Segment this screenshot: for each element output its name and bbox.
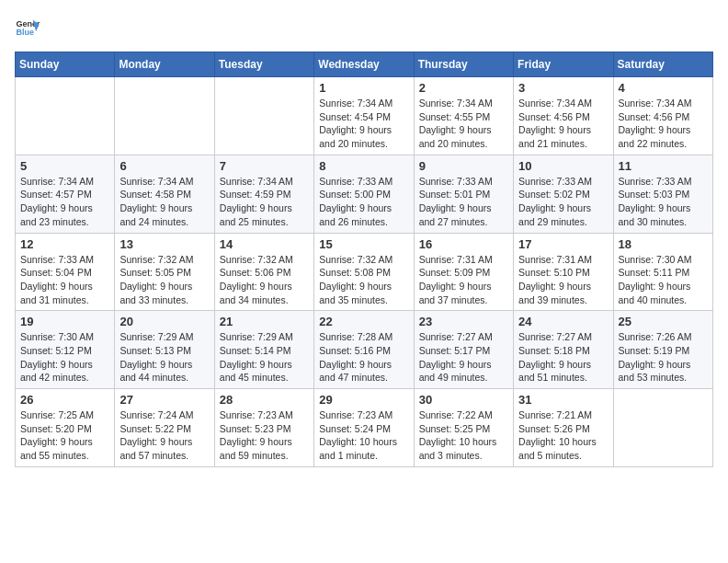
calendar-cell: 22Sunrise: 7:28 AM Sunset: 5:16 PM Dayli… [314, 311, 414, 389]
day-number: 4 [619, 81, 708, 95]
weekday-header-row: SundayMondayTuesdayWednesdayThursdayFrid… [16, 52, 713, 77]
day-info: Sunrise: 7:29 AM Sunset: 5:14 PM Dayligh… [220, 330, 309, 385]
day-info: Sunrise: 7:32 AM Sunset: 5:06 PM Dayligh… [220, 253, 309, 307]
calendar-cell: 23Sunrise: 7:27 AM Sunset: 5:17 PM Dayli… [414, 311, 513, 389]
day-info: Sunrise: 7:27 AM Sunset: 5:18 PM Dayligh… [518, 330, 608, 385]
day-number: 31 [518, 393, 608, 407]
day-number: 24 [518, 315, 608, 328]
day-info: Sunrise: 7:32 AM Sunset: 5:08 PM Dayligh… [319, 253, 408, 307]
calendar-cell: 12Sunrise: 7:33 AM Sunset: 5:04 PM Dayli… [16, 233, 115, 311]
calendar-cell: 28Sunrise: 7:23 AM Sunset: 5:23 PM Dayli… [214, 389, 313, 467]
calendar-cell [613, 389, 712, 467]
day-number: 20 [119, 315, 209, 328]
day-info: Sunrise: 7:22 AM Sunset: 5:25 PM Dayligh… [419, 408, 508, 463]
day-number: 2 [419, 81, 508, 95]
calendar-cell: 27Sunrise: 7:24 AM Sunset: 5:22 PM Dayli… [115, 389, 214, 467]
calendar-cell: 21Sunrise: 7:29 AM Sunset: 5:14 PM Dayli… [214, 311, 313, 389]
day-number: 11 [619, 159, 708, 173]
calendar-cell: 14Sunrise: 7:32 AM Sunset: 5:06 PM Dayli… [214, 233, 313, 311]
calendar-cell: 30Sunrise: 7:22 AM Sunset: 5:25 PM Dayli… [414, 389, 513, 467]
day-number: 5 [20, 159, 109, 173]
day-info: Sunrise: 7:21 AM Sunset: 5:26 PM Dayligh… [518, 408, 608, 463]
calendar-cell: 18Sunrise: 7:30 AM Sunset: 5:11 PM Dayli… [613, 233, 712, 311]
day-info: Sunrise: 7:33 AM Sunset: 5:04 PM Dayligh… [20, 253, 109, 307]
weekday-monday: Monday [115, 52, 214, 77]
day-number: 18 [619, 237, 708, 251]
calendar-cell: 31Sunrise: 7:21 AM Sunset: 5:26 PM Dayli… [514, 389, 613, 467]
day-number: 22 [319, 315, 408, 328]
calendar-cell: 17Sunrise: 7:31 AM Sunset: 5:10 PM Dayli… [514, 233, 613, 311]
day-number: 28 [220, 393, 309, 407]
page-header: General Blue [15, 15, 713, 40]
calendar-cell: 16Sunrise: 7:31 AM Sunset: 5:09 PM Dayli… [414, 233, 513, 311]
calendar-cell: 1Sunrise: 7:34 AM Sunset: 4:54 PM Daylig… [314, 77, 414, 155]
calendar-cell: 25Sunrise: 7:26 AM Sunset: 5:19 PM Dayli… [613, 311, 712, 389]
day-info: Sunrise: 7:33 AM Sunset: 5:00 PM Dayligh… [319, 175, 408, 229]
calendar-cell: 6Sunrise: 7:34 AM Sunset: 4:58 PM Daylig… [115, 155, 214, 233]
day-number: 14 [220, 237, 309, 251]
day-info: Sunrise: 7:29 AM Sunset: 5:13 PM Dayligh… [119, 330, 209, 385]
week-row-2: 5Sunrise: 7:34 AM Sunset: 4:57 PM Daylig… [16, 155, 713, 233]
week-row-5: 26Sunrise: 7:25 AM Sunset: 5:20 PM Dayli… [16, 389, 713, 467]
day-info: Sunrise: 7:34 AM Sunset: 4:54 PM Dayligh… [319, 97, 408, 151]
day-info: Sunrise: 7:33 AM Sunset: 5:03 PM Dayligh… [619, 175, 708, 229]
day-info: Sunrise: 7:25 AM Sunset: 5:20 PM Dayligh… [20, 408, 109, 463]
day-number: 13 [119, 237, 209, 251]
day-info: Sunrise: 7:33 AM Sunset: 5:02 PM Dayligh… [518, 175, 608, 229]
calendar-cell: 29Sunrise: 7:23 AM Sunset: 5:24 PM Dayli… [314, 389, 414, 467]
day-info: Sunrise: 7:23 AM Sunset: 5:23 PM Dayligh… [220, 408, 309, 463]
weekday-sunday: Sunday [16, 52, 115, 77]
day-number: 25 [619, 315, 708, 328]
calendar-cell: 8Sunrise: 7:33 AM Sunset: 5:00 PM Daylig… [314, 155, 414, 233]
day-info: Sunrise: 7:30 AM Sunset: 5:12 PM Dayligh… [20, 330, 109, 385]
calendar-cell: 13Sunrise: 7:32 AM Sunset: 5:05 PM Dayli… [115, 233, 214, 311]
day-number: 17 [518, 237, 608, 251]
day-number: 15 [319, 237, 408, 251]
calendar-cell: 3Sunrise: 7:34 AM Sunset: 4:56 PM Daylig… [514, 77, 613, 155]
day-number: 27 [119, 393, 209, 407]
calendar-cell [214, 77, 313, 155]
day-info: Sunrise: 7:34 AM Sunset: 4:56 PM Dayligh… [518, 97, 608, 151]
day-info: Sunrise: 7:34 AM Sunset: 4:55 PM Dayligh… [419, 97, 508, 151]
week-row-3: 12Sunrise: 7:33 AM Sunset: 5:04 PM Dayli… [16, 233, 713, 311]
day-number: 26 [20, 393, 109, 407]
day-info: Sunrise: 7:31 AM Sunset: 5:09 PM Dayligh… [419, 253, 508, 307]
calendar-cell: 9Sunrise: 7:33 AM Sunset: 5:01 PM Daylig… [414, 155, 513, 233]
day-info: Sunrise: 7:27 AM Sunset: 5:17 PM Dayligh… [419, 330, 508, 385]
day-info: Sunrise: 7:34 AM Sunset: 4:58 PM Dayligh… [119, 175, 209, 229]
day-info: Sunrise: 7:34 AM Sunset: 4:56 PM Dayligh… [619, 97, 708, 151]
calendar-body: 1Sunrise: 7:34 AM Sunset: 4:54 PM Daylig… [16, 77, 713, 467]
day-info: Sunrise: 7:23 AM Sunset: 5:24 PM Dayligh… [319, 408, 408, 463]
calendar-cell: 24Sunrise: 7:27 AM Sunset: 5:18 PM Dayli… [514, 311, 613, 389]
day-info: Sunrise: 7:28 AM Sunset: 5:16 PM Dayligh… [319, 330, 408, 385]
calendar-cell: 2Sunrise: 7:34 AM Sunset: 4:55 PM Daylig… [414, 77, 513, 155]
day-info: Sunrise: 7:31 AM Sunset: 5:10 PM Dayligh… [518, 253, 608, 307]
calendar-cell: 7Sunrise: 7:34 AM Sunset: 4:59 PM Daylig… [214, 155, 313, 233]
day-info: Sunrise: 7:26 AM Sunset: 5:19 PM Dayligh… [619, 330, 708, 385]
day-number: 21 [220, 315, 309, 328]
day-info: Sunrise: 7:33 AM Sunset: 5:01 PM Dayligh… [419, 175, 508, 229]
week-row-4: 19Sunrise: 7:30 AM Sunset: 5:12 PM Dayli… [16, 311, 713, 389]
calendar-cell: 5Sunrise: 7:34 AM Sunset: 4:57 PM Daylig… [16, 155, 115, 233]
day-number: 3 [518, 81, 608, 95]
calendar-cell [16, 77, 115, 155]
calendar-cell: 20Sunrise: 7:29 AM Sunset: 5:13 PM Dayli… [115, 311, 214, 389]
day-info: Sunrise: 7:24 AM Sunset: 5:22 PM Dayligh… [119, 408, 209, 463]
day-info: Sunrise: 7:34 AM Sunset: 4:57 PM Dayligh… [20, 175, 109, 229]
day-number: 1 [319, 81, 408, 95]
day-number: 30 [419, 393, 508, 407]
calendar-cell: 15Sunrise: 7:32 AM Sunset: 5:08 PM Dayli… [314, 233, 414, 311]
weekday-thursday: Thursday [414, 52, 513, 77]
logo: General Blue [15, 15, 40, 40]
day-info: Sunrise: 7:30 AM Sunset: 5:11 PM Dayligh… [619, 253, 708, 307]
weekday-friday: Friday [514, 52, 613, 77]
day-info: Sunrise: 7:34 AM Sunset: 4:59 PM Dayligh… [220, 175, 309, 229]
day-info: Sunrise: 7:32 AM Sunset: 5:05 PM Dayligh… [119, 253, 209, 307]
svg-text:Blue: Blue [16, 28, 34, 37]
weekday-wednesday: Wednesday [314, 52, 414, 77]
day-number: 8 [319, 159, 408, 173]
day-number: 7 [220, 159, 309, 173]
week-row-1: 1Sunrise: 7:34 AM Sunset: 4:54 PM Daylig… [16, 77, 713, 155]
calendar-cell [115, 77, 214, 155]
calendar-cell: 4Sunrise: 7:34 AM Sunset: 4:56 PM Daylig… [613, 77, 712, 155]
